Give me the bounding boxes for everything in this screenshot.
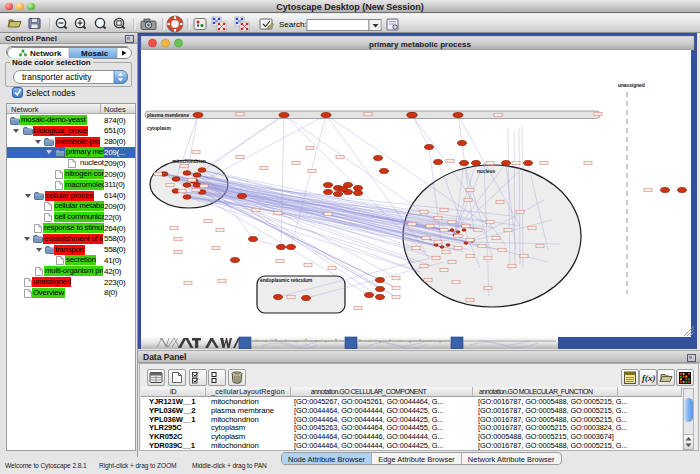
- svg-text:plasma membrane: plasma membrane: [147, 113, 189, 118]
- svg-text:Search:: Search:: [279, 20, 307, 29]
- svg-text:endoplasmic reticulum: endoplasmic reticulum: [260, 278, 312, 283]
- svg-text:unassigned: unassigned: [618, 83, 645, 88]
- svg-text:Select nodes: Select nodes: [26, 88, 75, 98]
- svg-text:transporter activity: transporter activity: [22, 72, 92, 82]
- svg-text:f(x): f(x): [642, 373, 656, 383]
- svg-text:Mosaic: Mosaic: [81, 49, 109, 58]
- svg-text:cytoplasm: cytoplasm: [147, 126, 171, 131]
- svg-text:Network: Network: [30, 49, 62, 58]
- svg-text:primary metabolic process: primary metabolic process: [369, 40, 471, 49]
